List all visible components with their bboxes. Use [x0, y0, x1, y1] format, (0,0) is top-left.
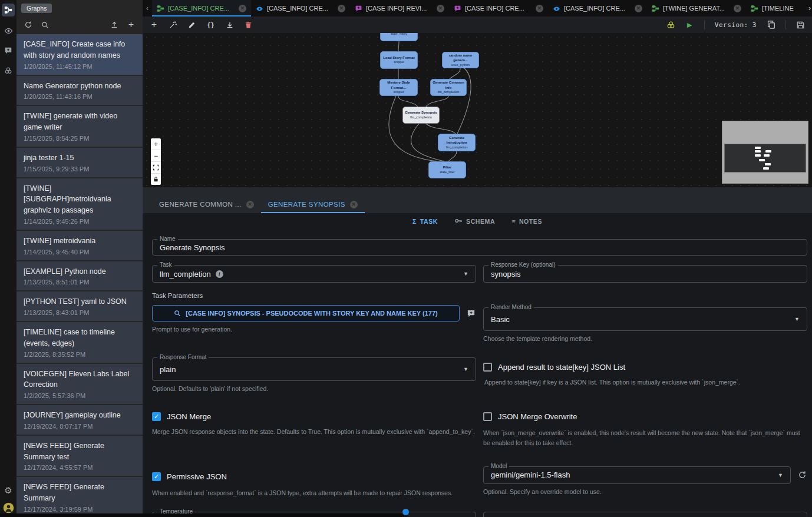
response-key-field[interactable]: Response Key (optional) synopsis: [483, 265, 807, 283]
save-icon[interactable]: [796, 21, 805, 29]
graph-list-item[interactable]: jinja tester 1-151/15/2025, 9:29:33 PM: [16, 148, 143, 177]
auto-layout-wand-icon[interactable]: [169, 21, 177, 29]
close-icon[interactable]: ✕: [734, 5, 741, 12]
permissive-json-helper: When enabled and `response_format` is a …: [152, 489, 476, 496]
json-merge-checkbox[interactable]: ✓ JSON Merge: [152, 412, 476, 421]
graph-list-item[interactable]: [TWINE] metroidvania1/14/2025, 9:45:40 P…: [16, 231, 143, 260]
graph-item-timestamp: 1/2/2025, 8:35:52 PM: [24, 351, 136, 358]
close-icon[interactable]: ✕: [536, 5, 543, 12]
subtab-notes[interactable]: ≡ NOTES: [511, 218, 542, 225]
info-icon[interactable]: i: [216, 270, 223, 278]
append-to-key-checkbox[interactable]: ✓ Append result to state[key] JSON List: [483, 363, 807, 372]
name-field[interactable]: Name Generate Synopsis: [152, 239, 807, 256]
graph-node[interactable]: Generate Introductionllm_completion: [438, 134, 476, 151]
prompt-add-comment-icon[interactable]: [466, 308, 476, 319]
graph-tab[interactable]: [TWINE] GENERAT...✕: [647, 0, 746, 16]
graph-list-item[interactable]: [NEWS FEED] Generate Summary test12/17/2…: [16, 436, 143, 476]
permissive-json-checkbox[interactable]: ✓ Permissive JSON: [152, 472, 476, 481]
response-format-value: plain: [160, 365, 176, 374]
zoom-out-button[interactable]: −: [151, 150, 161, 162]
graph-tab[interactable]: [CASE INFO] REVI...✕: [350, 0, 449, 16]
subtab-schema[interactable]: SCHEMA: [454, 217, 495, 226]
graph-list-item[interactable]: Name Generator python node1/20/2025, 11:…: [16, 76, 143, 105]
minimap-node: [765, 150, 771, 153]
minimap-node: [765, 163, 771, 165]
graph-list-item[interactable]: [PYTHON TEST] yaml to JSON1/13/2025, 8:4…: [16, 291, 143, 321]
graph-list-item[interactable]: [TWINE][SUBGRAPH]metroidvania graphviz t…: [16, 178, 143, 230]
hooks-knot-icon-toolbar[interactable]: [666, 21, 675, 29]
edit-pencil-icon[interactable]: [187, 21, 196, 29]
graph-node[interactable]: Generate Common Infollm_completion: [430, 79, 467, 96]
fit-view-button[interactable]: [151, 162, 161, 174]
add-node-button[interactable]: +: [150, 21, 159, 29]
download-icon[interactable]: [225, 21, 234, 29]
graph-node[interactable]: Generate Synopsisllm_completion: [402, 107, 440, 124]
delete-trash-icon[interactable]: [244, 21, 253, 29]
graph-tab[interactable]: [CASE_INFO] CRE...✕: [251, 0, 350, 16]
account-avatar[interactable]: [3, 502, 14, 513]
zoom-in-button[interactable]: +: [151, 138, 161, 150]
task-select[interactable]: Task llm_completion i ▼: [152, 265, 476, 283]
canvas-controls: + −: [151, 138, 161, 185]
close-icon[interactable]: ✕: [246, 201, 254, 208]
search-icon[interactable]: [41, 21, 49, 29]
response-format-select[interactable]: Response Format plain ▼: [152, 357, 476, 381]
tab-generate-synopsis[interactable]: GENERATE SYNOPSIS ✕: [261, 195, 365, 213]
graph-node[interactable]: Mystery Style Format...snippet: [379, 79, 418, 96]
prompt-select-button[interactable]: [CASE INFO] SYNOPSIS - PSEUDOCODE WITH S…: [152, 305, 460, 322]
viewer-eye-icon[interactable]: [2, 25, 14, 37]
graph-node[interactable]: Filterstate_filter: [428, 161, 466, 178]
graph-list-item[interactable]: [TIMELINE] case to timeline (events, edg…: [16, 322, 143, 363]
graph-node[interactable]: Load Story Formatsnippet: [380, 51, 418, 69]
tab-generate-common[interactable]: GENERATE COMMON ... ✕: [152, 195, 261, 213]
close-icon[interactable]: ✕: [239, 5, 246, 12]
model-label: Model: [488, 463, 509, 469]
graph-tab[interactable]: [CASE_INFO] CRE...✕: [548, 0, 647, 16]
hooks-knot-icon[interactable]: [2, 65, 14, 77]
prompt-add-icon[interactable]: [2, 45, 14, 57]
graph-tab[interactable]: [CASE_INFO] CRE...✕: [152, 0, 251, 16]
graph-list-item[interactable]: [JOURNEY] gameplay outline12/19/2024, 8:…: [16, 405, 143, 435]
add-graph-button[interactable]: +: [127, 21, 136, 29]
graph-list-item[interactable]: [TWINE] generate with video game writer1…: [16, 106, 143, 147]
graph-list-item[interactable]: [CASE_INFO] Create case info with story …: [16, 34, 143, 75]
graph-tab[interactable]: [CASE INFO] CRE...✕: [449, 0, 548, 16]
close-icon[interactable]: ✕: [635, 5, 642, 12]
seed-field[interactable]: Seed: [483, 512, 807, 517]
graphs-icon[interactable]: [2, 4, 15, 16]
json-merge-overwrite-checkbox[interactable]: ✓ JSON Merge Overwrite: [483, 412, 807, 421]
settings-gear-icon[interactable]: ⚙: [2, 485, 14, 496]
close-icon[interactable]: ✕: [437, 5, 444, 12]
run-play-button[interactable]: ▶: [685, 21, 694, 29]
node-type: snippet: [394, 60, 404, 65]
graph-item-name: [NEWS FEED] Generate Summary: [24, 482, 136, 504]
minimap[interactable]: [722, 121, 808, 184]
graph-list-item[interactable]: [EXAMPLE] Python node1/13/2025, 8:51:01 …: [16, 261, 143, 291]
graph-list-item[interactable]: [NEWS FEED] Generate Summary12/17/2024, …: [16, 477, 143, 513]
tabs-next-chevron[interactable]: ›: [808, 0, 811, 16]
node-title: Mystery Style Format...: [381, 80, 416, 90]
version-label: Version: 3: [715, 21, 757, 29]
minimap-node: [759, 159, 765, 161]
lock-button[interactable]: [151, 174, 161, 185]
refresh-icon[interactable]: [24, 21, 32, 29]
render-method-select[interactable]: Render Method Basic ▼: [483, 307, 807, 331]
graph-item-name: [VOICEGEN] Eleven Labs Label Correction: [24, 369, 136, 391]
graph-node[interactable]: state_mkey: [380, 33, 418, 41]
tabs-prev-chevron[interactable]: ‹: [143, 0, 152, 16]
model-select[interactable]: Model gemini/gemini-1.5-flash ▼: [483, 466, 791, 484]
subtab-task[interactable]: Σ TASK: [412, 218, 438, 225]
graph-canvas[interactable]: state_mkeyLoad Story Formatsnippetrandom…: [143, 33, 812, 187]
graph-tab[interactable]: [TIMELINE: [746, 0, 812, 16]
json-braces-icon[interactable]: {}: [206, 21, 215, 29]
bottom-scrollbar-track[interactable]: [0, 513, 407, 517]
graph-node[interactable]: random name genera...exec_python: [442, 52, 479, 68]
graph-list-item[interactable]: [VOICEGEN] Eleven Labs Label Correction1…: [16, 364, 143, 405]
scrollbar-thumb[interactable]: [402, 509, 409, 515]
close-icon[interactable]: ✕: [338, 5, 345, 12]
upload-icon[interactable]: [110, 21, 118, 29]
node-title: Filter: [443, 165, 452, 170]
copy-icon[interactable]: [767, 21, 775, 29]
close-icon[interactable]: ✕: [350, 201, 358, 208]
model-refresh-icon[interactable]: [797, 470, 807, 480]
